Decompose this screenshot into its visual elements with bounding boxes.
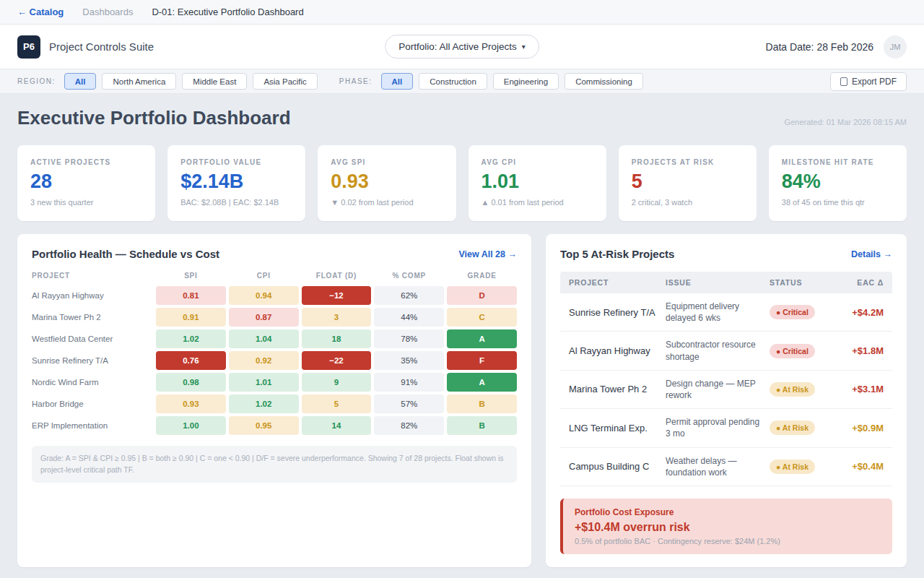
pct-complete-cell: 44%: [374, 308, 444, 327]
portfolio-health-title: Portfolio Health — Schedule vs Cost: [32, 248, 219, 260]
cpi-cell: 1.01: [229, 373, 299, 392]
portfolio-health-table: PROJECTSPICPIFLOAT (D)% COMPGRADEAl Rayy…: [32, 272, 517, 435]
breadcrumb-current: D-01: Executive Portfolio Dashboard: [152, 7, 303, 17]
kpi-value: 84%: [782, 171, 894, 193]
region-filter-middle-east[interactable]: Middle East: [182, 73, 247, 90]
phase-filter-construction[interactable]: Construction: [419, 73, 487, 90]
document-icon: [840, 77, 847, 86]
status-badge: ● At Risk: [770, 420, 815, 435]
at-risk-column-header: PROJECT: [569, 278, 658, 287]
health-project-name: ERP Implementation: [32, 421, 153, 430]
cpi-cell: 1.04: [229, 329, 299, 348]
at-risk-title: Top 5 At-Risk Projects: [560, 248, 674, 260]
kpi-card-projects-at-risk: PROJECTS AT RISK52 critical, 3 watch: [619, 145, 757, 221]
kpi-subtext: BAC: $2.08B | EAC: $2.14B: [180, 198, 292, 207]
float-cell: 9: [302, 373, 372, 392]
float-cell: −12: [302, 286, 372, 305]
at-risk-row: LNG Terminal Exp.Permit approval pending…: [560, 409, 892, 447]
kpi-label: AVG CPI: [481, 158, 593, 166]
kpi-row: ACTIVE PROJECTS283 new this quarterPORTF…: [17, 145, 907, 221]
app-title: Project Controls Suite: [49, 40, 154, 53]
status-badge: ● Critical: [770, 305, 815, 319]
status-badge: ● At Risk: [770, 382, 815, 397]
region-filter-north-america[interactable]: North America: [102, 73, 176, 90]
cpi-cell: 1.02: [229, 394, 299, 413]
pct-complete-cell: 78%: [374, 329, 444, 348]
avatar[interactable]: JM: [884, 35, 907, 59]
health-project-name: Marina Tower Ph 2: [32, 313, 153, 322]
at-risk-row: Campus Building CWeather delays — founda…: [560, 448, 892, 486]
p6-logo: P6: [17, 35, 40, 59]
at-risk-panel: Top 5 At-Risk Projects Details → PROJECT…: [546, 234, 907, 567]
health-project-name: Westfield Data Center: [32, 335, 153, 343]
region-filter-asia-pacific[interactable]: Asia Pacific: [253, 73, 317, 90]
at-risk-header-row: PROJECTISSUESTATUSEAC Δ: [560, 272, 892, 293]
main-content: Executive Portfolio Dashboard Generated:…: [0, 94, 924, 578]
spi-cell: 0.98: [156, 373, 226, 392]
kpi-value: 5: [632, 171, 744, 193]
back-to-catalog-link[interactable]: ← Catalog: [17, 7, 64, 17]
app-header: P6 Project Controls Suite Portfolio: All…: [0, 25, 924, 69]
portfolio-health-panel: Portfolio Health — Schedule vs Cost View…: [17, 234, 531, 567]
at-risk-column-header: ISSUE: [666, 278, 762, 287]
spi-cell: 0.81: [156, 286, 226, 305]
eac-delta-value: +$0.9M: [839, 423, 884, 434]
eac-delta-value: +$0.4M: [839, 461, 884, 472]
kpi-label: ACTIVE PROJECTS: [30, 158, 142, 166]
kpi-subtext: 2 critical, 3 watch: [632, 198, 744, 207]
at-risk-issue: Subcontractor resource shortage: [666, 339, 762, 362]
portfolio-selector[interactable]: Portfolio: All Active Projects ▾: [385, 35, 539, 59]
phase-filter-commissioning[interactable]: Commissioning: [565, 73, 643, 90]
kpi-card-portfolio-value: PORTFOLIO VALUE$2.14BBAC: $2.08B | EAC: …: [167, 145, 305, 221]
phase-filter-all[interactable]: All: [381, 73, 414, 90]
at-risk-column-header: STATUS: [770, 278, 832, 287]
health-column-header: SPI: [156, 272, 226, 283]
at-risk-row: Sunrise Refinery T/AEquipment delivery d…: [560, 293, 892, 332]
kpi-value: 1.01: [481, 171, 593, 193]
health-column-header: GRADE: [447, 272, 517, 283]
status-badge: ● At Risk: [770, 460, 815, 474]
kpi-card-avg-spi: AVG SPI0.93▼ 0.02 from last period: [318, 145, 456, 221]
kpi-value: 28: [30, 171, 142, 193]
kpi-subtext: 38 of 45 on time this qtr: [782, 198, 894, 207]
grade-cell: B: [447, 394, 517, 413]
page-title: Executive Portfolio Dashboard: [17, 107, 291, 129]
region-filter-all[interactable]: All: [64, 73, 97, 90]
phase-filter-label: PHASE:: [339, 77, 372, 85]
at-risk-project-name: Sunrise Refinery T/A: [569, 307, 658, 318]
kpi-label: MILESTONE HIT RATE: [782, 158, 894, 166]
details-link[interactable]: Details →: [851, 249, 892, 259]
float-cell: 3: [302, 308, 372, 327]
at-risk-project-name: Campus Building C: [569, 461, 658, 472]
health-column-header: PROJECT: [32, 272, 153, 283]
export-pdf-button[interactable]: Export PDF: [830, 72, 907, 91]
breadcrumb: ← Catalog Dashboards D-01: Executive Por…: [0, 0, 924, 25]
at-risk-project-name: Marina Tower Ph 2: [569, 384, 658, 394]
cost-exposure-callout: Portfolio Cost Exposure +$10.4M overrun …: [560, 499, 892, 554]
grade-cell: F: [447, 351, 517, 370]
region-filter-label: REGION:: [17, 77, 56, 85]
health-column-header: % COMP: [374, 272, 444, 283]
kpi-label: AVG SPI: [331, 158, 443, 166]
kpi-label: PORTFOLIO VALUE: [180, 158, 292, 166]
grade-footnote: Grade: A = SPI & CPI ≥ 0.95 | B = both ≥…: [32, 446, 517, 483]
cost-exposure-title: Portfolio Cost Exposure: [575, 507, 881, 517]
health-project-name: Nordic Wind Farm: [32, 378, 153, 387]
kpi-card-active-projects: ACTIVE PROJECTS283 new this quarter: [17, 145, 155, 221]
cost-exposure-value: +$10.4M overrun risk: [575, 521, 881, 534]
cpi-cell: 0.94: [229, 286, 299, 305]
health-column-header: CPI: [229, 272, 299, 283]
phase-filter-engineering[interactable]: Engineering: [493, 73, 559, 90]
chevron-down-icon: ▾: [522, 43, 526, 51]
health-column-header: FLOAT (D): [302, 272, 372, 283]
spi-cell: 1.00: [156, 416, 226, 435]
at-risk-project-name: LNG Terminal Exp.: [569, 423, 658, 434]
pct-complete-cell: 82%: [374, 416, 444, 435]
grade-cell: A: [447, 373, 517, 392]
breadcrumb-dashboards[interactable]: Dashboards: [82, 7, 133, 17]
float-cell: 14: [302, 416, 372, 435]
view-all-link[interactable]: View All 28 →: [458, 249, 517, 259]
kpi-card-milestone-hit-rate: MILESTONE HIT RATE84%38 of 45 on time th…: [769, 145, 907, 221]
at-risk-project-name: Al Rayyan Highway: [569, 345, 658, 356]
eac-delta-value: +$3.1M: [839, 384, 884, 394]
